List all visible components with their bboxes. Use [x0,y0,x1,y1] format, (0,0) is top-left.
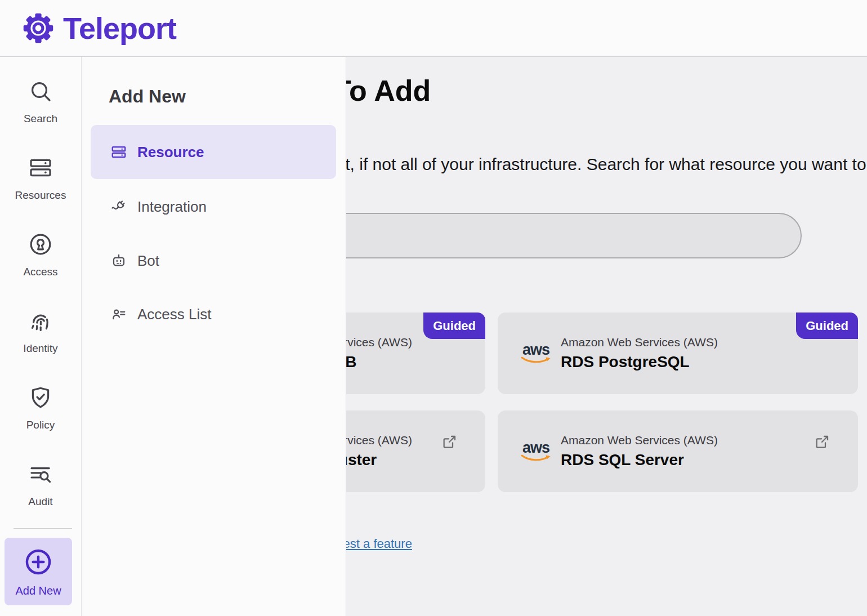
keyhole-icon [27,231,54,258]
brand-name: Teleport [63,11,176,46]
card-provider: Amazon Web Services (AWS) [561,434,718,447]
external-link-icon [440,433,458,451]
flyout-item-label: Access List [137,306,212,323]
flyout-item-access-list[interactable]: Access List [91,287,336,341]
user-list-icon [110,306,127,323]
add-new-flyout-panel: Add New Resource [82,57,346,616]
sidebar-item-label: Search [24,113,57,125]
sidebar-item-policy[interactable]: Policy [0,384,81,431]
aws-logo: aws [520,441,552,462]
sidebar-item-access[interactable]: Access [0,231,81,278]
flyout-item-bot[interactable]: Bot [91,234,336,288]
shield-check-icon [27,384,54,411]
sidebar-item-label: Policy [26,419,55,431]
sidebar-item-label: Audit [28,496,52,508]
resource-card-2[interactable]: aws Amazon Web Services (AWS) RDS Postgr… [498,313,858,394]
guided-badge: Guided [423,313,485,339]
sidebar-item-label: Add New [15,584,61,597]
card-title: RDS PostgreSQL [561,353,718,371]
search-icon [27,78,54,105]
flyout-item-label: Resource [137,144,204,161]
plug-icon [110,198,127,215]
fingerprint-icon [27,307,54,334]
plus-circle-icon [23,546,54,578]
sidebar-divider [14,528,72,529]
sidebar-nav: Search Resources Access [0,57,82,616]
sidebar-item-label: Identity [23,342,57,355]
gear-icon [21,11,55,45]
sidebar-item-label: Resources [15,189,66,202]
teleport-logo[interactable]: Teleport [21,11,176,46]
sidebar-item-resources[interactable]: Resources [0,154,81,202]
teleport-app: Select Resource To Add Teleport can conn… [0,0,867,616]
flyout-item-integration[interactable]: Integration [91,180,336,234]
sidebar-item-add-new[interactable]: Add New [5,538,72,605]
servers-icon [27,154,54,181]
flyout-item-label: Bot [137,252,159,270]
list-search-icon [27,461,54,488]
flyout-item-resource[interactable]: Resource [91,125,336,179]
sidebar-item-identity[interactable]: Identity [0,307,81,355]
sidebar-item-search[interactable]: Search [0,78,81,125]
card-title: RDS SQL Server [561,451,718,469]
external-link-icon [813,433,831,451]
app-header: Teleport [0,0,867,57]
server-stack-icon [110,144,127,160]
sidebar-item-audit[interactable]: Audit [0,461,81,508]
flyout-item-label: Integration [137,198,207,216]
guided-badge: Guided [796,313,858,339]
sidebar-item-label: Access [23,266,57,278]
robot-icon [110,252,127,269]
flyout-title: Add New [109,86,186,107]
card-provider: Amazon Web Services (AWS) [561,336,718,349]
aws-logo: aws [520,343,552,364]
resource-card-4[interactable]: aws Amazon Web Services (AWS) RDS SQL Se… [498,410,858,492]
